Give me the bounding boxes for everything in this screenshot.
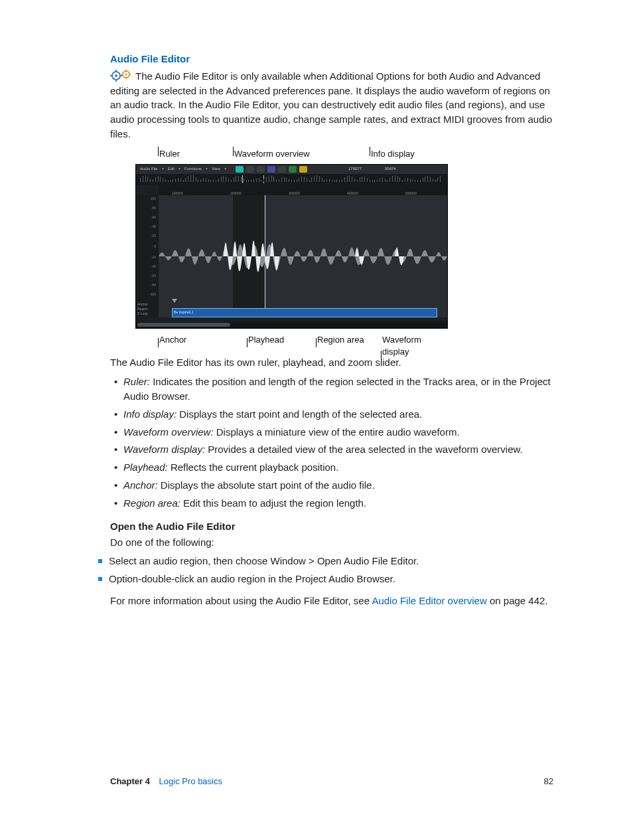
gutter-label: -20	[136, 234, 156, 238]
tool-chip[interactable]	[257, 166, 265, 173]
svg-point-7	[125, 73, 127, 75]
playhead[interactable]	[265, 195, 265, 317]
term: Anchor:	[123, 479, 158, 491]
list-item: Info display: Displays the start point a…	[110, 407, 553, 422]
closing-text-a: For more information about using the Aud…	[110, 595, 372, 606]
definition: Displays the absolute start point of the…	[158, 479, 375, 491]
gears-icon	[110, 70, 133, 82]
tool-chip[interactable]	[278, 166, 286, 173]
gutter-label: -60	[136, 274, 156, 278]
footer-page-number: 82	[544, 776, 553, 788]
steps-list: Select an audio region, then choose Wind…	[110, 554, 553, 586]
svg-point-1	[115, 74, 117, 77]
term: Ruler:	[123, 376, 150, 387]
gutter-sloop-label: S Loop	[137, 311, 160, 316]
tool-chip[interactable]	[299, 166, 307, 173]
gutter-label: 100	[136, 197, 156, 201]
waveform-display[interactable]: Be Inspired.1	[159, 195, 447, 317]
section-heading: Audio File Editor	[110, 52, 553, 66]
menu-view[interactable]: View	[212, 166, 220, 172]
gutter-label: -80	[136, 283, 156, 288]
region-label: Be Inspired.1	[173, 309, 437, 315]
subheading: Open the Audio File Editor	[110, 519, 553, 534]
closing-paragraph: For more information about using the Aud…	[110, 594, 553, 608]
list-item: Anchor: Displays the absolute start poin…	[110, 478, 553, 493]
list-item: Option-double-click an audio region in t…	[98, 572, 553, 586]
definitions-list: Ruler: Indicates the position and length…	[110, 375, 553, 510]
scroll-thumb[interactable]	[137, 323, 230, 327]
gutter-anchor-label: Anchor	[137, 302, 160, 307]
square-bullet-icon	[98, 577, 102, 581]
annot-anchor: Anchor	[159, 334, 186, 347]
anchor-marker[interactable]	[172, 299, 177, 303]
annot-info-display: Info display	[371, 148, 415, 161]
annot-waveform-display: Waveform display	[382, 334, 447, 359]
page-footer: Chapter 4 Logic Pro basics 82	[110, 776, 553, 788]
post-figure-paragraph: The Audio File Editor has its own ruler,…	[110, 355, 553, 370]
annot-region-area: Region area	[317, 334, 364, 347]
list-item: Waveform overview: Displays a miniature …	[110, 425, 553, 440]
step-text: Option-double-click an audio region in t…	[109, 573, 395, 584]
link-audio-file-editor-overview[interactable]: Audio File Editor overview	[372, 595, 486, 606]
closing-text-b: on page 442.	[487, 595, 548, 606]
intro-paragraph: The Audio File Editor is only available …	[110, 69, 553, 141]
gutter-label: -20	[136, 255, 156, 260]
square-bullet-icon	[98, 559, 102, 563]
definition: Displays a miniature view of the entire …	[214, 426, 460, 438]
menu-edit[interactable]: Edit	[168, 166, 175, 172]
definition: Provides a detailed view of the area sel…	[205, 444, 523, 455]
editor-menubar: Audio File▾ Edit▾ Functions▾ View▾ 17507…	[136, 165, 447, 174]
annot-ruler: Ruler	[159, 148, 180, 161]
list-item: Region area: Edit this beam to adjust th…	[110, 496, 553, 511]
amplitude-gutter: 100 -80 -60 -40 -20 0 -20 -40 -60 -80 -1…	[136, 195, 159, 317]
gutter-label: -80	[136, 206, 156, 210]
list-item: Waveform display: Provides a detailed vi…	[110, 442, 553, 457]
gutter-label: -60	[136, 215, 156, 220]
tool-chip[interactable]	[236, 166, 244, 173]
gutter-label: -40	[136, 224, 156, 229]
figure: Ruler Waveform overview Info display Aud…	[135, 148, 447, 347]
waveform-overview[interactable]	[136, 174, 447, 185]
gutter-label: -100	[136, 292, 156, 297]
waveform-svg	[159, 195, 447, 317]
menu-functions[interactable]: Functions	[184, 166, 202, 172]
term: Waveform overview:	[123, 426, 214, 438]
term: Waveform display:	[123, 444, 205, 455]
sub-intro: Do one of the following:	[110, 535, 553, 550]
annot-waveform-overview: Waveform overview	[234, 148, 310, 161]
intro-text: The Audio File Editor is only available …	[110, 70, 552, 139]
region-area[interactable]: Be Inspired.1	[172, 308, 437, 317]
annot-playhead: Playhead	[248, 334, 284, 347]
definition: Reflects the current playback position.	[168, 462, 339, 473]
ruler[interactable]: 100000 200000 300000 400000 500000	[159, 185, 447, 195]
tool-chip[interactable]	[267, 166, 275, 173]
footer-chapter: Chapter 4	[110, 776, 150, 786]
list-item: Select an audio region, then choose Wind…	[98, 554, 553, 568]
info-display-start: 175077	[348, 166, 362, 172]
term: Region area:	[123, 497, 180, 509]
menu-audio-file[interactable]: Audio File	[140, 166, 158, 172]
definition: Indicates the position and length of the…	[123, 376, 551, 402]
scrollbar[interactable]	[136, 321, 447, 328]
annotations-top: Ruler Waveform overview Info display	[135, 148, 447, 164]
term: Info display:	[123, 408, 176, 420]
gutter-region-label: Region	[137, 307, 160, 311]
definition: Displays the start point and length of t…	[176, 408, 422, 420]
gutter-footer: Anchor Region S Loop	[136, 301, 161, 317]
tool-chip[interactable]	[289, 166, 297, 173]
gutter-label: -40	[136, 264, 156, 269]
list-item: Ruler: Indicates the position and length…	[110, 375, 553, 404]
tool-chip[interactable]	[246, 166, 254, 173]
annotations-bottom: Anchor Playhead Region area Waveform dis…	[135, 329, 447, 347]
step-text: Select an audio region, then choose Wind…	[109, 555, 419, 566]
gutter-label: 0	[136, 244, 156, 249]
term: Playhead:	[123, 462, 168, 473]
definition: Edit this beam to adjust the region leng…	[180, 497, 366, 509]
footer-title: Logic Pro basics	[159, 776, 222, 786]
list-item: Playhead: Reflects the current playback …	[110, 460, 553, 475]
info-display-length: 50674	[385, 166, 396, 172]
audio-file-editor-screenshot: Audio File▾ Edit▾ Functions▾ View▾ 17507…	[135, 164, 448, 329]
